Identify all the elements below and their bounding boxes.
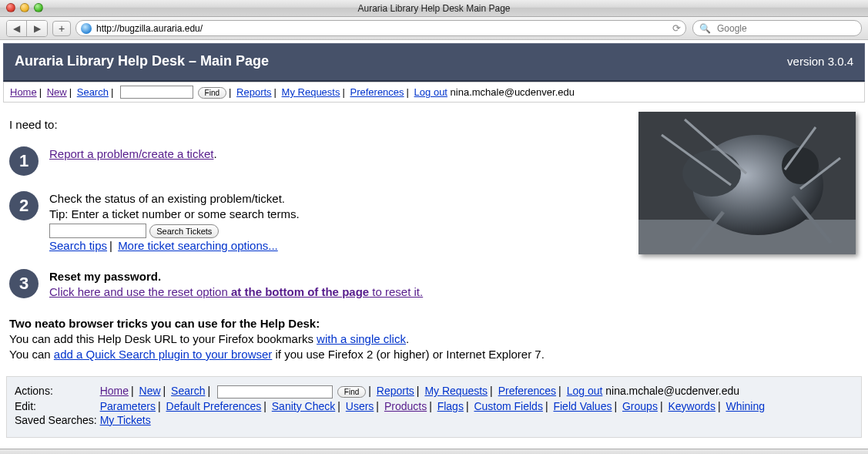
f-field-values[interactable]: Field Values [553, 400, 612, 412]
address-bar[interactable]: http://bugzilla.auraria.edu/ ⟳ [75, 20, 686, 36]
zoom-window-button[interactable] [34, 3, 43, 12]
search-tips-link[interactable]: Search tips [49, 239, 107, 252]
tricks-heading: Two neato browser tricks you can use for… [9, 317, 320, 330]
footer-saved: My Tickets [99, 414, 765, 428]
opt2-line2: Tip: Enter a ticket number or some searc… [49, 207, 300, 220]
ant-image [638, 112, 856, 254]
mac-titlebar: Auraria Library Help Desk Main Page [0, 0, 868, 17]
f-sanity[interactable]: Sanity Check [272, 400, 335, 412]
trick2-post: if you use Firefox 2 (or higher) or Inte… [272, 348, 545, 361]
f-logout[interactable]: Log out [567, 385, 603, 397]
more-search-options-link[interactable]: More ticket searching options... [118, 239, 278, 252]
f-default-prefs[interactable]: Default Preferences [166, 400, 262, 412]
traffic-lights [6, 3, 43, 12]
forward-button[interactable]: ▶ [27, 21, 47, 36]
close-window-button[interactable] [6, 3, 15, 12]
nav-button-group: ◀ ▶ [6, 20, 48, 37]
browser-toolbar: ◀ ▶ + http://bugzilla.auraria.edu/ ⟳ 🔍 [0, 17, 868, 40]
reset-password-heading: Reset my password. [49, 270, 161, 283]
browser-search-input[interactable] [716, 22, 855, 35]
minimize-window-button[interactable] [20, 3, 29, 12]
f-user-email: nina.mchale@ucdenver.edu [605, 385, 739, 397]
search-icon: 🔍 [699, 23, 711, 34]
f-whining[interactable]: Whining [726, 400, 765, 412]
f-search[interactable]: Search [171, 385, 205, 397]
step-badge-3: 3 [9, 269, 39, 298]
footer-actions-label: Actions: [15, 385, 99, 400]
footer: Actions: Home| New| Search| Find| Report… [6, 376, 862, 438]
f-users[interactable]: Users [346, 400, 374, 412]
report-problem-link[interactable]: Report a problem/create a ticket [49, 147, 213, 160]
f-keywords[interactable]: Keywords [668, 400, 715, 412]
page-title: Auraria Library Help Desk – Main Page [15, 53, 269, 69]
reset-password-link[interactable]: Click here and use the reset option at t… [49, 285, 423, 298]
step-badge-2: 2 [9, 191, 39, 220]
nav-reports[interactable]: Reports [236, 86, 272, 98]
f-new[interactable]: New [139, 385, 161, 397]
f-products[interactable]: Products [384, 400, 427, 412]
f-flags[interactable]: Flags [437, 400, 464, 412]
step-badge-1: 1 [9, 146, 39, 176]
nav-user-email: nina.mchale@ucdenver.edu [451, 86, 575, 98]
nav-search[interactable]: Search [77, 86, 109, 98]
option-1: 1 Report a problem/create a ticket. [9, 146, 629, 176]
back-button[interactable]: ◀ [7, 21, 27, 36]
nav-quicksearch-input[interactable] [120, 86, 193, 99]
version-label: version 3.0.4 [787, 55, 853, 68]
page-header: Auraria Library Help Desk – Main Page ve… [3, 43, 865, 82]
quicksearch-plugin-link[interactable]: add a Quick Search plugin to your browse… [54, 348, 272, 361]
opt2-line1: Check the status of an existing problem/… [49, 192, 285, 205]
nav-logout[interactable]: Log out [414, 86, 447, 98]
nav-find-button[interactable]: Find [198, 87, 226, 99]
nav-home[interactable]: Home [10, 86, 37, 98]
f-my-requests[interactable]: My Requests [424, 385, 488, 397]
f-groups[interactable]: Groups [622, 400, 658, 412]
f-parameters[interactable]: Parameters [100, 400, 156, 412]
reload-icon[interactable]: ⟳ [672, 22, 681, 34]
f-my-tickets[interactable]: My Tickets [100, 414, 151, 426]
footer-edit: Parameters| Default Preferences| Sanity … [99, 400, 765, 414]
site-favicon-icon [81, 23, 92, 34]
search-tickets-button[interactable]: Search Tickets [149, 224, 219, 238]
trick2-pre: You can [9, 348, 54, 361]
window-title: Auraria Library Help Desk Main Page [357, 3, 510, 14]
footer-edit-label: Edit: [15, 400, 99, 414]
nav-preferences[interactable]: Preferences [350, 86, 404, 98]
f-custom-fields[interactable]: Custom Fields [474, 400, 542, 412]
footer-quicksearch-input[interactable] [217, 385, 333, 399]
nav-my-requests[interactable]: My Requests [282, 86, 340, 98]
trick1-pre: You can add this Help Desk URL to your F… [9, 332, 317, 345]
f-preferences[interactable]: Preferences [498, 385, 556, 397]
browser-tricks: Two neato browser tricks you can use for… [9, 316, 859, 363]
option-2: 2 Check the status of an existing proble… [9, 191, 629, 254]
browser-status-strip [0, 449, 868, 454]
footer-actions: Home| New| Search| Find| Reports| My Req… [99, 385, 765, 400]
f-reports[interactable]: Reports [377, 385, 414, 397]
browser-search[interactable]: 🔍 [692, 20, 862, 36]
option-3: 3 Reset my password. Click here and use … [9, 269, 859, 301]
nav-new[interactable]: New [47, 86, 67, 98]
footer-saved-label: Saved Searches: [15, 414, 99, 428]
top-nav: Home| New| Search| Find| Reports| My Req… [3, 82, 865, 103]
ticket-search-input[interactable] [49, 224, 146, 238]
url-text: http://bugzilla.auraria.edu/ [96, 23, 665, 34]
f-home[interactable]: Home [100, 385, 129, 397]
bookmark-link[interactable]: with a single click [317, 332, 406, 345]
footer-find-button[interactable]: Find [337, 386, 366, 398]
new-tab-button[interactable]: + [52, 21, 71, 36]
